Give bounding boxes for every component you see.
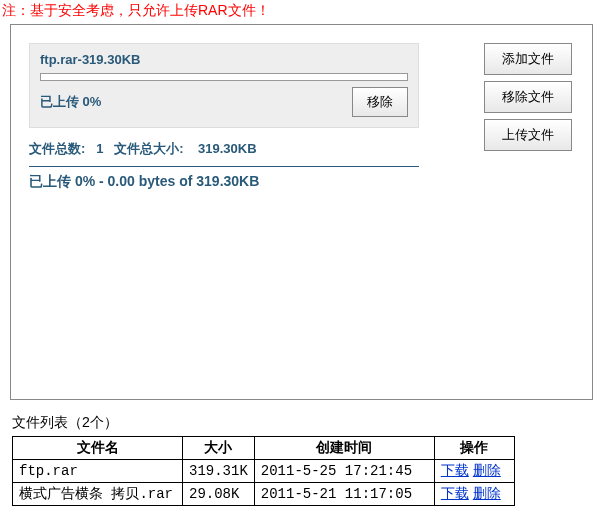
download-link[interactable]: 下载: [441, 462, 469, 478]
col-ops: 操作: [434, 437, 514, 460]
cell-size: 319.31K: [183, 460, 255, 483]
upload-file-button[interactable]: 上传文件: [484, 119, 572, 151]
remove-button[interactable]: 移除: [352, 87, 408, 117]
delete-link[interactable]: 删除: [473, 462, 501, 478]
col-time: 创建时间: [254, 437, 434, 460]
cell-name: 横式广告横条 拷贝.rar: [13, 483, 183, 506]
file-name-size: ftp.rar-319.30KB: [40, 52, 408, 67]
cell-time: 2011-5-25 17:21:45: [254, 460, 434, 483]
remove-file-button[interactable]: 移除文件: [484, 81, 572, 113]
file-entry: ftp.rar-319.30KB 已上传 0% 移除: [29, 43, 419, 128]
upload-panel: ftp.rar-319.30KB 已上传 0% 移除 文件总数: 1 文件总大小…: [10, 24, 593, 400]
table-row: 横式广告横条 拷贝.rar29.08K2011-5-21 11:17:05下载删…: [13, 483, 515, 506]
cell-ops: 下载删除: [434, 460, 514, 483]
totals-size: 319.30KB: [198, 141, 257, 156]
table-header-row: 文件名 大小 创建时间 操作: [13, 437, 515, 460]
add-file-button[interactable]: 添加文件: [484, 43, 572, 75]
cell-ops: 下载删除: [434, 483, 514, 506]
cell-time: 2011-5-21 11:17:05: [254, 483, 434, 506]
totals-size-label: 文件总大小:: [114, 141, 183, 156]
file-list-title: 文件列表（2个）: [0, 410, 603, 436]
table-row: ftp.rar319.31K2011-5-25 17:21:45下载删除: [13, 460, 515, 483]
download-link[interactable]: 下载: [441, 485, 469, 501]
upload-summary: 已上传 0% - 0.00 bytes of 319.30KB: [29, 173, 419, 191]
progress-bar: [40, 73, 408, 81]
file-table: 文件名 大小 创建时间 操作 ftp.rar319.31K2011-5-25 1…: [12, 436, 515, 506]
cell-name: ftp.rar: [13, 460, 183, 483]
col-name: 文件名: [13, 437, 183, 460]
totals-count-label: 文件总数:: [29, 141, 85, 156]
delete-link[interactable]: 删除: [473, 485, 501, 501]
cell-size: 29.08K: [183, 483, 255, 506]
totals-count: 1: [96, 141, 103, 156]
security-warning: 注：基于安全考虑，只允许上传RAR文件！: [0, 0, 603, 22]
uploaded-percent: 已上传 0%: [40, 93, 101, 111]
divider: [29, 166, 419, 167]
totals-line: 文件总数: 1 文件总大小: 319.30KB: [29, 136, 419, 162]
col-size: 大小: [183, 437, 255, 460]
